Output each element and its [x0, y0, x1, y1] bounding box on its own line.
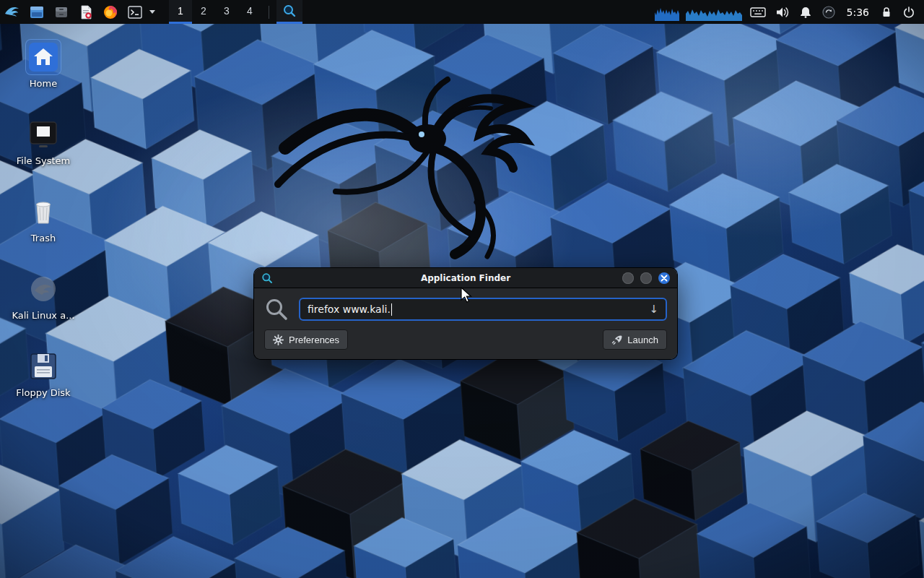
updates-icon — [821, 5, 836, 20]
desktop-icon-label: Kali Linux a... — [6, 310, 81, 321]
desktop-icon-file-system[interactable]: File System — [6, 117, 81, 166]
file-system-icon — [27, 118, 59, 150]
logout-button[interactable] — [901, 0, 917, 24]
text-editor-icon — [78, 4, 94, 20]
taskbar-app-finder[interactable] — [276, 0, 302, 24]
finder-body: firefox www.kali. ↓ Preferences — [254, 288, 677, 359]
power-icon — [902, 6, 915, 19]
net-graph[interactable] — [686, 4, 742, 21]
desktop-icon-kali-linux[interactable]: Kali Linux a... — [6, 272, 81, 321]
keyboard-indicator[interactable] — [749, 0, 767, 24]
terminal-launcher[interactable] — [123, 0, 147, 24]
minimize-button[interactable] — [622, 272, 634, 284]
preferences-button[interactable]: Preferences — [264, 329, 348, 350]
desktop-icon-label: Home — [6, 78, 81, 89]
launch-button[interactable]: Launch — [603, 329, 667, 350]
kali-logo-icon — [4, 4, 21, 21]
firefox-icon — [103, 4, 118, 20]
notifications[interactable] — [798, 0, 814, 24]
keyboard-icon — [750, 7, 766, 18]
files-launcher[interactable] — [49, 0, 74, 24]
desktop-icon-trash[interactable]: Trash — [6, 194, 81, 243]
dropdown-arrow-icon[interactable]: ↓ — [649, 303, 658, 316]
files-icon — [53, 4, 69, 20]
search-input[interactable]: firefox www.kali. ↓ — [299, 298, 667, 321]
workspace-3[interactable]: 3 — [215, 0, 238, 24]
trash-icon — [27, 196, 59, 228]
file-manager-icon — [29, 4, 45, 20]
panel-separator — [269, 6, 269, 19]
home-icon — [27, 41, 59, 73]
workspace-4[interactable]: 4 — [238, 0, 261, 24]
maximize-button[interactable] — [640, 272, 652, 284]
search-input-text: firefox www.kali. — [308, 303, 391, 315]
launch-icon — [611, 335, 622, 345]
desktop-icon-home[interactable]: Home — [6, 40, 81, 89]
floppy-disk-icon — [27, 350, 59, 382]
clock[interactable]: 5:36 — [844, 7, 872, 18]
text-caret — [391, 303, 392, 316]
close-button[interactable] — [658, 272, 670, 284]
top-panel: 1 2 3 4 — [0, 0, 924, 24]
panel-tray: 5:36 — [655, 0, 924, 24]
workspace-1[interactable]: 1 — [169, 0, 192, 24]
file-manager-launcher[interactable] — [25, 0, 49, 24]
gear-icon — [273, 335, 284, 345]
panel-left: 1 2 3 4 — [0, 0, 302, 24]
chevron-down-icon — [149, 10, 155, 14]
window-title: Application Finder — [254, 273, 677, 283]
volume-icon — [775, 6, 790, 19]
search-icon — [264, 297, 289, 322]
close-icon — [661, 275, 668, 282]
firefox-launcher[interactable] — [98, 0, 123, 24]
updates-indicator[interactable] — [820, 0, 837, 24]
kali-docs-icon — [27, 273, 59, 305]
desktop-icon-label: Trash — [6, 233, 81, 243]
workspace-switcher: 1 2 3 4 — [169, 0, 261, 24]
desktop-icon-floppy-disk[interactable]: Floppy Disk — [6, 349, 81, 398]
desktop-icon-label: Floppy Disk — [6, 387, 81, 398]
volume-control[interactable] — [774, 0, 791, 24]
cpu-graph[interactable] — [655, 4, 679, 21]
launch-label: Launch — [627, 335, 658, 345]
lock-screen-button[interactable] — [879, 0, 894, 24]
titlebar[interactable]: Application Finder — [254, 268, 677, 288]
terminal-icon — [127, 4, 143, 20]
app-finder-window-icon — [261, 272, 273, 284]
desktop-icon-label: File System — [6, 155, 81, 166]
lock-icon — [880, 6, 893, 19]
text-editor-launcher[interactable] — [74, 0, 98, 24]
kali-menu-button[interactable] — [0, 0, 25, 24]
bell-icon — [799, 6, 812, 19]
app-finder-task-icon — [282, 4, 297, 18]
terminal-dropdown-button[interactable] — [147, 0, 157, 24]
workspace-2[interactable]: 2 — [192, 0, 215, 24]
preferences-label: Preferences — [289, 335, 339, 345]
application-finder-window: Application Finder firefox www.kali. ↓ — [254, 268, 677, 359]
